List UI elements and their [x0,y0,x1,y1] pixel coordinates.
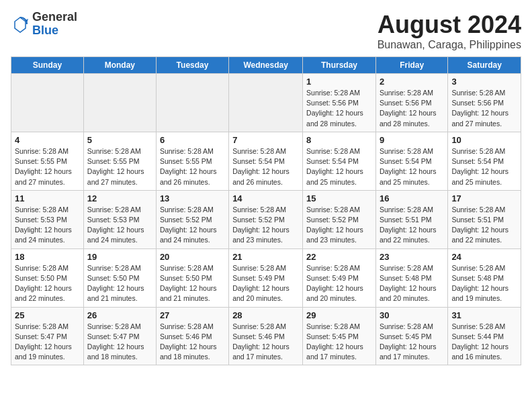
cell-info-text: Sunrise: 5:28 AM Sunset: 5:48 PM Dayligh… [451,263,517,304]
calendar-cell [156,74,228,132]
day-header-wednesday: Wednesday [229,57,303,74]
cell-info-text: Sunrise: 5:28 AM Sunset: 5:47 PM Dayligh… [87,322,152,363]
cell-date-number: 10 [451,135,517,145]
cell-date-number: 18 [15,252,80,262]
cell-info-text: Sunrise: 5:28 AM Sunset: 5:56 PM Dayligh… [306,88,372,129]
logo-text: General Blue [32,11,77,38]
cell-info-text: Sunrise: 5:28 AM Sunset: 5:55 PM Dayligh… [160,146,225,187]
cell-info-text: Sunrise: 5:28 AM Sunset: 5:46 PM Dayligh… [160,322,225,363]
cell-info-text: Sunrise: 5:28 AM Sunset: 5:52 PM Dayligh… [160,205,225,246]
cell-date-number: 7 [232,135,299,145]
cell-date-number: 29 [306,310,372,320]
calendar-cell [229,74,303,132]
cell-info-text: Sunrise: 5:28 AM Sunset: 5:50 PM Dayligh… [87,263,152,304]
page-header: General Blue August 2024 Bunawan, Caraga… [11,11,521,51]
calendar-cell: 27Sunrise: 5:28 AM Sunset: 5:46 PM Dayli… [156,307,228,365]
cell-info-text: Sunrise: 5:28 AM Sunset: 5:50 PM Dayligh… [15,263,80,304]
calendar-cell: 3Sunrise: 5:28 AM Sunset: 5:56 PM Daylig… [448,74,521,132]
calendar-week-5: 25Sunrise: 5:28 AM Sunset: 5:47 PM Dayli… [11,307,521,365]
calendar-week-1: 1Sunrise: 5:28 AM Sunset: 5:56 PM Daylig… [11,74,521,132]
logo-blue-text: Blue [32,24,77,38]
cell-date-number: 24 [451,252,517,262]
calendar-cell: 14Sunrise: 5:28 AM Sunset: 5:52 PM Dayli… [229,190,303,248]
cell-date-number: 21 [232,252,299,262]
cell-date-number: 9 [380,135,444,145]
calendar-cell: 25Sunrise: 5:28 AM Sunset: 5:47 PM Dayli… [11,307,84,365]
day-header-sunday: Sunday [11,57,84,74]
cell-info-text: Sunrise: 5:28 AM Sunset: 5:54 PM Dayligh… [306,146,372,187]
cell-info-text: Sunrise: 5:28 AM Sunset: 5:56 PM Dayligh… [380,88,444,129]
cell-date-number: 1 [306,77,372,87]
cell-info-text: Sunrise: 5:28 AM Sunset: 5:51 PM Dayligh… [380,205,444,246]
cell-info-text: Sunrise: 5:28 AM Sunset: 5:54 PM Dayligh… [451,146,517,187]
cell-info-text: Sunrise: 5:28 AM Sunset: 5:50 PM Dayligh… [160,263,225,304]
cell-date-number: 13 [160,193,225,203]
cell-date-number: 22 [306,252,372,262]
calendar-cell: 31Sunrise: 5:28 AM Sunset: 5:44 PM Dayli… [448,307,521,365]
calendar-cell: 22Sunrise: 5:28 AM Sunset: 5:49 PM Dayli… [303,248,376,307]
cell-info-text: Sunrise: 5:28 AM Sunset: 5:47 PM Dayligh… [15,322,80,363]
calendar-cell: 10Sunrise: 5:28 AM Sunset: 5:54 PM Dayli… [448,132,521,190]
calendar-cell: 30Sunrise: 5:28 AM Sunset: 5:45 PM Dayli… [375,307,447,365]
cell-info-text: Sunrise: 5:28 AM Sunset: 5:45 PM Dayligh… [380,322,444,363]
calendar-cell: 6Sunrise: 5:28 AM Sunset: 5:55 PM Daylig… [156,132,228,190]
calendar-cell: 16Sunrise: 5:28 AM Sunset: 5:51 PM Dayli… [375,190,447,248]
cell-date-number: 19 [87,252,152,262]
cell-date-number: 14 [232,193,299,203]
logo-general-text: General [32,11,77,24]
day-header-thursday: Thursday [303,57,376,74]
cell-date-number: 8 [306,135,372,145]
calendar-table: SundayMondayTuesdayWednesdayThursdayFrid… [11,56,521,365]
logo: General Blue [11,11,77,38]
calendar-cell: 5Sunrise: 5:28 AM Sunset: 5:55 PM Daylig… [83,132,156,190]
cell-date-number: 2 [380,77,444,87]
calendar-cell: 13Sunrise: 5:28 AM Sunset: 5:52 PM Dayli… [156,190,228,248]
calendar-cell: 8Sunrise: 5:28 AM Sunset: 5:54 PM Daylig… [303,132,376,190]
cell-info-text: Sunrise: 5:28 AM Sunset: 5:54 PM Dayligh… [232,146,299,187]
cell-date-number: 20 [160,252,225,262]
calendar-cell: 7Sunrise: 5:28 AM Sunset: 5:54 PM Daylig… [229,132,303,190]
calendar-cell: 28Sunrise: 5:28 AM Sunset: 5:46 PM Dayli… [229,307,303,365]
cell-date-number: 5 [87,135,152,145]
cell-info-text: Sunrise: 5:28 AM Sunset: 5:51 PM Dayligh… [451,205,517,246]
cell-date-number: 30 [380,310,444,320]
cell-info-text: Sunrise: 5:28 AM Sunset: 5:49 PM Dayligh… [232,263,299,304]
calendar-cell: 23Sunrise: 5:28 AM Sunset: 5:48 PM Dayli… [375,248,447,307]
calendar-cell: 21Sunrise: 5:28 AM Sunset: 5:49 PM Dayli… [229,248,303,307]
calendar-cell: 19Sunrise: 5:28 AM Sunset: 5:50 PM Dayli… [83,248,156,307]
calendar-cell: 1Sunrise: 5:28 AM Sunset: 5:56 PM Daylig… [303,74,376,132]
calendar-cell: 17Sunrise: 5:28 AM Sunset: 5:51 PM Dayli… [448,190,521,248]
calendar-cell: 12Sunrise: 5:28 AM Sunset: 5:53 PM Dayli… [83,190,156,248]
cell-info-text: Sunrise: 5:28 AM Sunset: 5:54 PM Dayligh… [380,146,444,187]
day-header-tuesday: Tuesday [156,57,228,74]
cell-date-number: 17 [451,193,517,203]
cell-info-text: Sunrise: 5:28 AM Sunset: 5:53 PM Dayligh… [87,205,152,246]
cell-info-text: Sunrise: 5:28 AM Sunset: 5:53 PM Dayligh… [15,205,80,246]
cell-info-text: Sunrise: 5:28 AM Sunset: 5:49 PM Dayligh… [306,263,372,304]
calendar-cell [11,74,84,132]
location: Bunawan, Caraga, Philippines [378,39,521,51]
month-title: August 2024 [378,11,521,39]
calendar-cell: 2Sunrise: 5:28 AM Sunset: 5:56 PM Daylig… [375,74,447,132]
cell-date-number: 3 [451,77,517,87]
calendar-week-3: 11Sunrise: 5:28 AM Sunset: 5:53 PM Dayli… [11,190,521,248]
calendar-cell: 26Sunrise: 5:28 AM Sunset: 5:47 PM Dayli… [83,307,156,365]
calendar-cell: 15Sunrise: 5:28 AM Sunset: 5:52 PM Dayli… [303,190,376,248]
cell-info-text: Sunrise: 5:28 AM Sunset: 5:52 PM Dayligh… [232,205,299,246]
calendar-cell: 24Sunrise: 5:28 AM Sunset: 5:48 PM Dayli… [448,248,521,307]
cell-info-text: Sunrise: 5:28 AM Sunset: 5:56 PM Dayligh… [451,88,517,129]
calendar-cell: 4Sunrise: 5:28 AM Sunset: 5:55 PM Daylig… [11,132,84,190]
header-row: SundayMondayTuesdayWednesdayThursdayFrid… [11,57,521,74]
calendar-header: SundayMondayTuesdayWednesdayThursdayFrid… [11,57,521,74]
cell-date-number: 28 [232,310,299,320]
calendar-cell [83,74,156,132]
calendar-body: 1Sunrise: 5:28 AM Sunset: 5:56 PM Daylig… [11,74,521,365]
cell-date-number: 16 [380,193,444,203]
day-header-saturday: Saturday [448,57,521,74]
day-header-friday: Friday [375,57,447,74]
cell-info-text: Sunrise: 5:28 AM Sunset: 5:52 PM Dayligh… [306,205,372,246]
cell-info-text: Sunrise: 5:28 AM Sunset: 5:45 PM Dayligh… [306,322,372,363]
logo-icon [11,15,30,34]
cell-date-number: 6 [160,135,225,145]
calendar-week-2: 4Sunrise: 5:28 AM Sunset: 5:55 PM Daylig… [11,132,521,190]
